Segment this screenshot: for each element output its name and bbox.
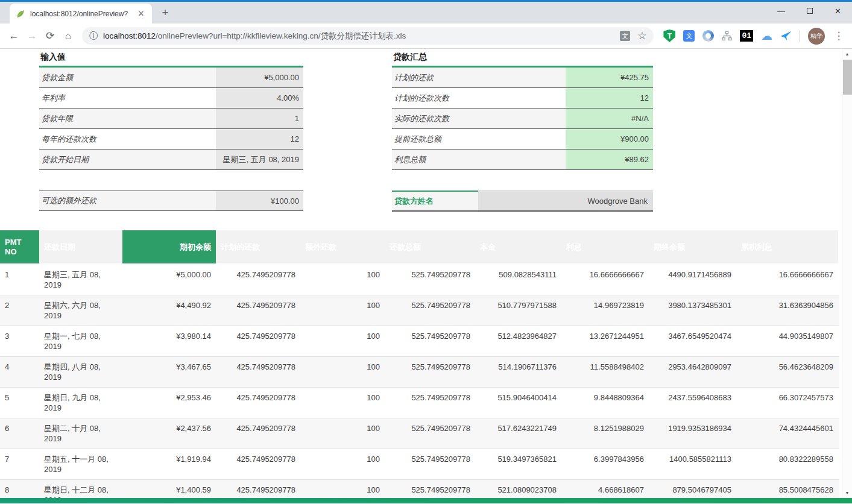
schedule-cell: 44.9035149807 <box>736 326 838 356</box>
mini-value: 12 <box>216 129 303 149</box>
schedule-cell: 星期一, 七月 08, 2019 <box>39 326 122 356</box>
new-tab-button[interactable]: + <box>158 6 172 19</box>
page-info-icon[interactable]: ⓘ <box>89 31 98 42</box>
tab-close-icon[interactable]: ✕ <box>136 9 146 18</box>
maximize-button[interactable] <box>795 1 824 20</box>
schedule-cell: ¥3,467.65 <box>122 357 216 387</box>
profile-avatar[interactable]: 精华 <box>808 28 825 45</box>
schedule-row: 5星期日, 九月 08, 2019¥2,953.46425.7495209778… <box>0 388 839 418</box>
address-bar[interactable]: ⓘ localhost:8012/onlinePreview?url=http:… <box>82 27 654 45</box>
mini-value: 1 <box>216 109 303 128</box>
schedule-cell: 100 <box>300 418 385 449</box>
schedule-cell: 425.7495209778 <box>216 418 300 449</box>
mini-label: 年利率 <box>39 88 216 108</box>
cloud-extension-icon[interactable]: ☁ <box>761 29 772 43</box>
spacer-row <box>39 170 303 191</box>
schedule-cell: 425.7495209778 <box>216 357 300 387</box>
bookmark-star-icon[interactable]: ☆ <box>637 30 646 42</box>
tab-bar: localhost:8012/onlinePreview? ✕ + — ✕ <box>0 2 852 24</box>
url-path: /onlinePreview?url=http://kkfileview.kek… <box>156 31 406 40</box>
minimize-button[interactable]: — <box>767 1 795 20</box>
scroll-up-button[interactable]: ▲ <box>842 49 852 59</box>
schedule-row: 3星期一, 七月 08, 2019¥3,980.14425.7495209778… <box>0 326 839 357</box>
schedule-cell: 100 <box>300 388 385 418</box>
schedule-cell: 519.3497365821 <box>475 449 561 479</box>
mini-value: 4.00% <box>216 88 303 108</box>
mini-row: 每年的还款次数12 <box>39 129 303 150</box>
schedule-cell: 星期六, 六月 08, 2019 <box>39 295 122 326</box>
schedule-cell: 9.8448809364 <box>561 388 649 418</box>
back-button[interactable]: ← <box>5 27 23 45</box>
input-values-title: 输入值 <box>39 50 303 68</box>
schedule-cell: 425.7495209778 <box>216 449 300 479</box>
schedule-cell: 16.6666666667 <box>561 265 649 295</box>
lender-label: 贷款方姓名 <box>392 191 478 210</box>
schedule-cell: 2953.4642809097 <box>649 357 736 387</box>
schedule-header-cell: 期终余额 <box>649 230 736 263</box>
schedule-cell: 3980.1373485301 <box>649 295 736 326</box>
translate-page-icon[interactable]: 文 <box>620 31 630 41</box>
mini-row: 贷款金额¥5,000.00 <box>39 68 303 88</box>
loan-summary-title: 贷款汇总 <box>392 50 653 68</box>
browser-toolbar: ← → ⟳ ⌂ ⓘ localhost:8012/onlinePreview?u… <box>0 24 852 49</box>
mini-label: 利息总额 <box>392 150 566 169</box>
browser-menu-icon[interactable]: ⋮ <box>833 30 845 42</box>
home-button[interactable]: ⌂ <box>59 27 77 45</box>
window-controls: — ✕ <box>767 1 852 20</box>
amortization-table: PMT NO还款日期期初余额计划的还款额外还款还款总额本金利息期终余额累积利息 … <box>0 230 839 503</box>
forward-button[interactable]: → <box>23 27 41 45</box>
bottom-green-bar <box>0 498 852 503</box>
schedule-header-cell: 还款总额 <box>385 230 475 263</box>
mini-label: 贷款金额 <box>39 68 216 87</box>
schedule-cell: ¥2,437.56 <box>122 418 216 449</box>
schedule-header-cell: 期初余额 <box>122 230 216 263</box>
schedule-body: 1星期三, 五月 08, 2019¥5,000.00425.7495209778… <box>0 265 839 503</box>
close-button[interactable]: ✕ <box>824 1 852 20</box>
mini-row: 可选的额外还款 ¥100.00 <box>39 191 303 211</box>
schedule-header-cell: 累积利息 <box>736 230 838 263</box>
mini-row: 年利率4.00% <box>39 88 303 109</box>
mini-row: 利息总额¥89.62 <box>392 150 653 170</box>
swirl-extension-icon[interactable] <box>702 30 714 42</box>
schedule-cell: 525.7495209778 <box>385 326 475 356</box>
schedule-header-cell: 额外还款 <box>300 230 385 263</box>
extensions-area: T 文 01 ☁ 精华 ⋮ <box>658 28 847 45</box>
schedule-cell: 514.1906711376 <box>475 357 561 387</box>
mini-value: ¥425.75 <box>566 68 653 87</box>
schedule-cell: 100 <box>300 326 385 356</box>
input-values-table: 输入值 贷款金额¥5,000.00年利率4.00%贷款年限1每年的还款次数12贷… <box>39 50 303 212</box>
browser-tab[interactable]: localhost:8012/onlinePreview? ✕ <box>10 4 152 24</box>
spacer-row <box>392 170 653 191</box>
schedule-cell: 100 <box>300 295 385 326</box>
reload-button[interactable]: ⟳ <box>41 27 59 45</box>
schedule-cell: 3467.6549520474 <box>649 326 736 356</box>
schedule-cell: 100 <box>300 265 385 295</box>
schedule-cell: 星期二, 十月 08, 2019 <box>39 418 122 449</box>
schedule-cell: 3 <box>0 326 39 356</box>
schedule-cell: 4 <box>0 357 39 387</box>
schedule-cell: 星期三, 五月 08, 2019 <box>39 265 122 295</box>
schedule-cell: 74.4324445601 <box>736 418 838 449</box>
schedule-cell: 7 <box>0 449 39 479</box>
schedule-cell: 11.5588498402 <box>561 357 649 387</box>
schedule-cell: 6.3997843956 <box>561 449 649 479</box>
translate-extension-icon[interactable]: 文 <box>683 30 695 42</box>
mini-label: 计划的还款次数 <box>392 88 566 108</box>
schedule-cell: ¥5,000.00 <box>122 265 216 295</box>
schedule-cell: 6 <box>0 418 39 449</box>
schedule-cell: 425.7495209778 <box>216 326 300 356</box>
sitemap-extension-icon[interactable] <box>722 31 732 41</box>
schedule-cell: 16.6666666667 <box>736 265 838 295</box>
schedule-cell: 525.7495209778 <box>385 388 475 418</box>
schedule-cell: 5 <box>0 388 39 418</box>
bird-extension-icon[interactable] <box>780 30 792 42</box>
badge-01-extension-icon[interactable]: 01 <box>740 30 753 42</box>
mini-row: 计划的还款次数12 <box>392 88 653 109</box>
mini-label: 每年的还款次数 <box>39 129 216 149</box>
vertical-scrollbar[interactable]: ▲ ▼ <box>842 49 852 498</box>
mini-value: 星期三, 五月 08, 2019 <box>216 150 303 169</box>
shield-extension-icon[interactable]: T <box>663 30 675 42</box>
schedule-header-cell: 还款日期 <box>39 230 122 263</box>
scrollbar-thumb[interactable] <box>843 60 852 95</box>
scroll-down-button[interactable]: ▼ <box>842 488 852 498</box>
